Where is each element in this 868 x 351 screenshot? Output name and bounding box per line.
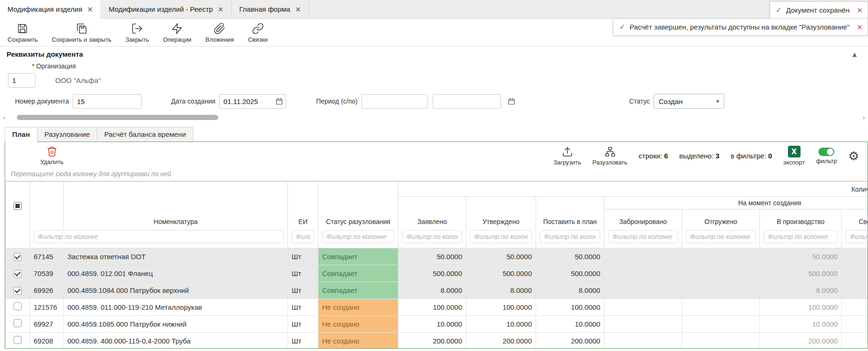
table-row[interactable]: 69208 000.4859. 400.000-115-0,4-2000 Тру…	[6, 332, 868, 348]
scrollbar-thumb[interactable]	[17, 115, 218, 120]
tab-close-icon[interactable]: ×	[87, 6, 93, 13]
column-header-shipped[interactable]: Отгружено	[682, 209, 760, 230]
status-badge: Не создано	[318, 315, 398, 332]
window-tab-main-form[interactable]: Главная форма ×	[232, 0, 309, 18]
filter-input-reserved[interactable]	[608, 230, 678, 243]
success-check-icon: ✓	[776, 6, 782, 15]
row-unit: Шт	[288, 299, 318, 315]
collapse-section-icon[interactable]: ▲	[853, 51, 857, 58]
row-checkbox[interactable]	[14, 336, 22, 344]
calendar-icon[interactable]	[275, 97, 283, 105]
toast-close-icon[interactable]: ×	[857, 6, 863, 15]
column-header-requested[interactable]: Заявлено	[398, 197, 466, 230]
table-row[interactable]: 70539 000.4859. 012.001 Фланец Шт Совпад…	[6, 265, 868, 282]
tab-close-icon[interactable]: ×	[218, 6, 224, 13]
status-badge: Не создано	[318, 299, 398, 315]
organization-code-input[interactable]	[8, 73, 36, 88]
operations-button[interactable]: Операции	[163, 22, 191, 43]
save-button[interactable]: Сохранить	[7, 22, 38, 43]
row-checkbox[interactable]	[14, 319, 22, 327]
period-to-input[interactable]	[433, 94, 501, 109]
column-header-unit[interactable]: ЕИ	[288, 182, 318, 230]
status-badge: Совпадает	[318, 248, 398, 265]
explode-button[interactable]: Разузловать	[592, 146, 627, 166]
row-checkbox[interactable]	[14, 253, 22, 261]
tab-plan[interactable]: План	[5, 127, 37, 142]
cell-free	[842, 332, 868, 348]
cell-in-production: 100.0000	[760, 299, 842, 315]
tab-close-icon[interactable]: ×	[295, 6, 301, 13]
tab-explosion[interactable]: Разузлование	[37, 127, 97, 142]
window-tab-product-modification[interactable]: Модификация изделия ×	[0, 0, 101, 19]
filter-input-shipped[interactable]	[686, 230, 756, 243]
status-select[interactable]: Создан ▾	[654, 94, 724, 109]
column-header-in-production[interactable]: В производство	[760, 209, 842, 230]
cell-free	[842, 265, 868, 282]
row-checkbox[interactable]	[14, 270, 22, 278]
status-badge: Совпадает	[318, 282, 398, 299]
column-header-free[interactable]: Свободный остаток	[842, 209, 868, 230]
scroll-right-icon[interactable]: ›	[860, 114, 868, 121]
tab-time-balance[interactable]: Расчёт баланса времени	[97, 127, 193, 142]
select-all-checkbox[interactable]	[14, 202, 22, 210]
exit-door-icon	[131, 22, 143, 35]
filter-input-nomenclature[interactable]	[34, 230, 284, 243]
filter-input-in-production[interactable]	[764, 230, 838, 243]
upload-icon	[562, 146, 573, 157]
filter-input-unit[interactable]	[292, 230, 314, 243]
row-checkbox[interactable]	[14, 287, 22, 295]
status-badge: Совпадает	[318, 265, 398, 282]
filter-input-approved[interactable]	[470, 230, 532, 243]
save-and-close-button[interactable]: Сохранить и закрыть	[52, 22, 111, 43]
table-row[interactable]: 67145 Застежка ответная DOT Шт Совпадает…	[6, 248, 868, 265]
cell-reserved	[604, 332, 682, 348]
row-id: 69208	[30, 332, 64, 348]
column-header-id[interactable]	[30, 182, 64, 230]
window-tab-label: Модификация изделия	[7, 5, 82, 13]
table-row[interactable]: 69927 000.4859.1085.000 Патрубок нижний …	[6, 315, 868, 332]
attachments-button[interactable]: Вложения	[206, 22, 234, 43]
table-row[interactable]: 121576 000.4859. 011.000-119-210 Металло…	[6, 299, 868, 315]
hierarchy-icon	[604, 146, 616, 157]
cell-reserved	[604, 315, 682, 332]
period-calendar-icon[interactable]	[508, 97, 515, 105]
filter-input-free[interactable]	[846, 230, 868, 243]
toast-calculation-complete: ✓ Расчёт завершен, результаты доступны н…	[613, 18, 868, 36]
column-header-to-plan[interactable]: Поставить в план	[536, 197, 604, 230]
window-tab-modifications-registry[interactable]: Модификации изделий - Реестр ×	[101, 0, 232, 18]
column-group-quantity: Количество	[398, 182, 868, 197]
column-header-nomenclature[interactable]: Номенклатура	[64, 182, 288, 230]
filtered-count: в фильтре: 0	[731, 152, 772, 160]
load-button[interactable]: Загрузить	[553, 146, 581, 166]
scroll-left-icon[interactable]: ‹	[0, 114, 8, 121]
data-grid: Номенклатура ЕИ Статус разузлования Коли…	[5, 181, 868, 348]
scrollbar-track[interactable]	[8, 113, 860, 121]
export-button[interactable]: X экспорт	[783, 146, 805, 166]
doc-number-input[interactable]	[73, 94, 142, 109]
delete-button[interactable]: Удалить	[40, 146, 64, 165]
row-unit: Шт	[288, 282, 318, 299]
filter-toggle[interactable]: фильтр	[816, 148, 837, 164]
organization-row: ООО "Альфа"	[0, 72, 868, 88]
filter-input-requested[interactable]	[402, 230, 462, 243]
cell-to-plan: 500.0000	[536, 265, 604, 282]
filter-input-to-plan[interactable]	[540, 230, 600, 243]
cell-reserved	[604, 282, 682, 299]
column-header-status[interactable]: Статус разузлования	[318, 182, 398, 230]
toast-close-icon[interactable]: ×	[857, 22, 863, 31]
select-all-cell	[6, 182, 30, 230]
group-by-dropzone[interactable]: Перетащите сюда колонку для группировки …	[5, 168, 868, 181]
document-requisites-section: Реквизиты документа ▲	[0, 46, 868, 60]
row-checkbox[interactable]	[14, 302, 22, 310]
cell-in-production: 50.0000	[760, 248, 842, 265]
table-row[interactable]: 69926 000.4859.1084.000 Патрубок верхний…	[6, 282, 868, 299]
row-nomenclature: 000.4859.1084.000 Патрубок верхний	[64, 282, 288, 299]
column-header-approved[interactable]: Утверждено	[466, 197, 536, 230]
period-from-input[interactable]	[361, 94, 428, 109]
settings-gear-icon[interactable]: ⚙	[848, 150, 859, 162]
close-button[interactable]: Закрыть	[125, 22, 149, 43]
column-header-reserved[interactable]: Забронировано	[604, 209, 682, 230]
links-button[interactable]: Связки	[248, 22, 268, 43]
filter-input-status[interactable]	[322, 230, 394, 243]
trash-icon	[46, 146, 58, 157]
